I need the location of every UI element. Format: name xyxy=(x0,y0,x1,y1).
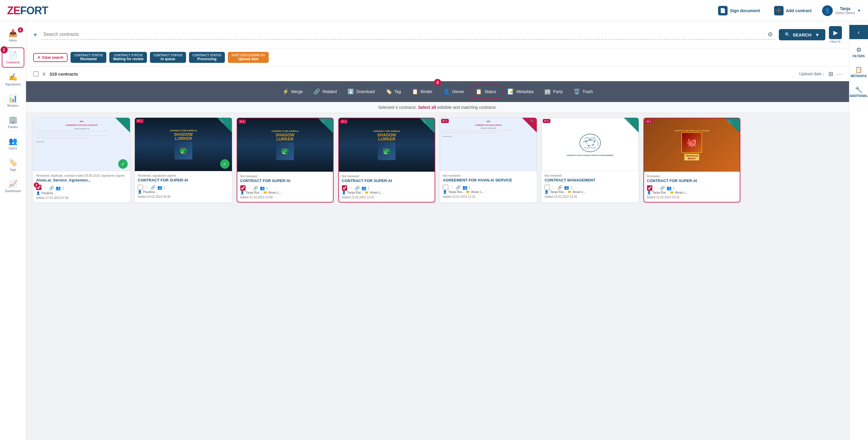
filter-inqueue-value: In queue xyxy=(153,57,182,61)
sidebar-item-signatures[interactable]: ✍️ Signatures xyxy=(2,70,24,89)
heart-icon[interactable]: ♡ xyxy=(654,185,658,190)
binder-label: Binder xyxy=(421,89,433,94)
sidebar-item-contracts[interactable]: 1 📄 Contracts xyxy=(2,48,24,67)
grid-view-button[interactable]: ⊞ xyxy=(828,70,833,78)
heart-icon[interactable]: ♡ xyxy=(43,185,47,190)
sidebar-item-binders[interactable]: 📊 Binders xyxy=(2,91,24,110)
inbox-badge: 5 xyxy=(18,27,23,33)
logo-ze: ZE xyxy=(7,4,20,17)
list-item[interactable]: CONTRACT FOR SUPER-AI SHADOWLURKER 🐲 ✉ 1… xyxy=(338,118,435,203)
download-button[interactable]: ⬇️ Download xyxy=(342,85,380,98)
heart-icon[interactable]: ♡ xyxy=(349,185,353,190)
link-icon[interactable]: 🔗 xyxy=(660,185,665,190)
select-all-link[interactable]: Select all xyxy=(418,105,436,110)
card-title: Aivan.ai_Ser­vice_Agreemen... xyxy=(36,178,127,183)
card-status: Reviewed xyxy=(647,175,737,178)
search-filters-icon[interactable]: ⚙ xyxy=(768,31,773,38)
filter-tag-inqueue[interactable]: CONTRACT STATUS In queue xyxy=(150,52,186,63)
card-thumbnail: CONTRACT FOR SUPER-AI SHADOWLURKER 🐲 ✉ 1… xyxy=(339,118,435,172)
card-date: Added 22.02.2023 13:25 xyxy=(342,196,432,199)
heart-icon[interactable]: ♡ xyxy=(450,185,454,190)
metadata-button[interactable]: 📝 Metadata xyxy=(502,85,539,98)
filter-tag-reviewed[interactable]: CONTRACT STATUS Reviewed xyxy=(70,52,106,63)
heart-icon[interactable]: ♡ xyxy=(247,185,251,190)
contracts-grid: AIU AGREEMENT FOR AIVAN.AI SERVICE Gravi… xyxy=(33,118,842,203)
sidebar-item-tags[interactable]: 🏷️ Tags xyxy=(2,155,24,174)
add-search-button[interactable]: + xyxy=(33,31,37,39)
right-sidebar-collapse[interactable]: ‹ xyxy=(849,25,868,39)
card-footer: 2 ♡ 🔗 👥 1 xyxy=(36,185,127,191)
card-status: Not reviewed xyxy=(545,174,636,177)
howto-button[interactable]: ▶ xyxy=(829,26,842,39)
card-checkbox[interactable] xyxy=(647,185,652,190)
collapse-icon: ‹ xyxy=(858,29,860,36)
card-date: Added 24.02.2023 09:38 xyxy=(138,195,229,198)
users-count-icon: 👥 1 xyxy=(564,185,572,190)
filters-panel-icon: ⚙ xyxy=(856,46,862,53)
related-button[interactable]: 🔗 Related xyxy=(308,85,342,98)
filter-processing-value: Processing xyxy=(192,57,221,61)
link-icon[interactable]: 🔗 xyxy=(354,185,360,190)
heart-icon[interactable]: ♡ xyxy=(552,185,555,190)
link-icon[interactable]: 🔗 xyxy=(456,185,461,190)
clip-icon: 📎 xyxy=(727,119,732,124)
link-icon[interactable]: 🔗 xyxy=(253,185,258,190)
filter-tag-processing[interactable]: CONTRACT STATUS Processing xyxy=(189,52,225,63)
list-item[interactable]: AIU AGREEMENT FOR AIVAN.AI SERVICE Gravi… xyxy=(33,118,130,203)
sign-document-button[interactable]: 📄 Sign document xyxy=(715,4,764,18)
merge-label: Merge xyxy=(291,89,303,94)
filter-tag-sort[interactable]: SORT DESCENDING BY Upload date xyxy=(228,52,269,63)
binder-button[interactable]: 📋 Binder xyxy=(406,85,438,98)
owner-icon: 👤 xyxy=(443,88,450,95)
contracts-icon: 📄 xyxy=(8,51,18,59)
sidebar-item-parties[interactable]: 🏢 Parties xyxy=(2,113,24,131)
list-item[interactable]: CONTRACT FOR AI BASED CONTRACT MANAGEMEN… xyxy=(541,118,639,203)
additional-panel-button[interactable]: 🔧 ADDITIONAL xyxy=(849,82,868,101)
logo-fort: FORT xyxy=(20,4,48,17)
list-item[interactable]: AIU AGREEMENT FOR AIVAN.AI SERVICE Gravi… xyxy=(440,118,537,203)
user-menu-button[interactable]: 👤 Tanja Zefort Demo ▼ xyxy=(822,5,861,16)
tag-button[interactable]: 🏷️ Tag xyxy=(380,85,406,98)
card-date: Added 22.02.2023 13:25 xyxy=(545,195,636,198)
select-all-checkbox[interactable] xyxy=(33,71,38,77)
sidebar-item-inbox[interactable]: 5 📥 Inbox xyxy=(2,26,24,45)
list-item[interactable]: CONTRACT FOR SUPER-AI CO. 12946091 🐙 TEN… xyxy=(644,118,740,203)
filters-panel-button[interactable]: ⚙ FILTERS xyxy=(849,43,868,61)
party-button[interactable]: 🏢 Party xyxy=(539,85,568,98)
link-icon[interactable]: 🔗 xyxy=(49,185,54,190)
filter-tag-waiting[interactable]: CONTRACT STATUS Waiting for review xyxy=(109,52,147,63)
card-checkbox[interactable] xyxy=(545,185,550,190)
svg-line-7 xyxy=(590,140,595,141)
sidebar-item-users[interactable]: 👥 Users xyxy=(2,134,24,153)
selection-text: Selected 4 contracts. xyxy=(378,105,417,110)
owner-button[interactable]: 👤 Owner xyxy=(438,85,470,98)
owner-icon: 👤 xyxy=(545,190,549,194)
metadata-panel-button[interactable]: 📋 METADATA xyxy=(849,63,868,81)
card-checkbox[interactable] xyxy=(240,185,246,190)
merge-button[interactable]: ⚡ Merge xyxy=(277,85,308,98)
card-checkbox[interactable] xyxy=(443,185,448,190)
filter-waiting-value: Waiting for review xyxy=(113,57,144,61)
search-input[interactable] xyxy=(43,32,765,37)
heart-icon[interactable]: ♡ xyxy=(145,185,149,190)
trash-button[interactable]: 🗑️ Trash xyxy=(568,85,598,98)
add-contract-button[interactable]: ➕ Add contract xyxy=(771,4,815,18)
party-label: Party xyxy=(553,89,563,94)
link-icon[interactable]: 🔗 xyxy=(151,185,156,190)
search-button[interactable]: 🔍 SEARCH ▼ xyxy=(779,29,825,40)
clear-icon: ✕ xyxy=(37,55,40,60)
list-item[interactable]: CONTRACT FOR SUPER-AI SHADOWLURKER 🐲 ✉ 1… xyxy=(135,118,232,203)
card-checkbox[interactable] xyxy=(138,185,143,190)
list-item[interactable]: CONTRACT FOR SUPER-AI SHADOWLURKER 🐲 ✉ 1… xyxy=(237,118,334,203)
more-options-button[interactable]: ··· xyxy=(837,70,842,78)
status-button[interactable]: 📋 Status xyxy=(470,85,502,98)
link-icon[interactable]: 🔗 xyxy=(557,185,562,190)
clear-search-button[interactable]: ✕ Clear search xyxy=(33,53,67,62)
selection-text3: editable and matching contracts. xyxy=(437,105,497,110)
sidebar-item-dashboard[interactable]: 📈 Dashboard xyxy=(2,177,24,196)
additional-panel-label: ADDITIONAL xyxy=(849,94,868,97)
sidebar-inbox-label: Inbox xyxy=(9,38,17,42)
card-checkbox[interactable] xyxy=(342,185,347,190)
expand-button[interactable]: ∨ xyxy=(42,70,46,77)
sort-button[interactable]: Upload date ↓ xyxy=(799,71,825,76)
